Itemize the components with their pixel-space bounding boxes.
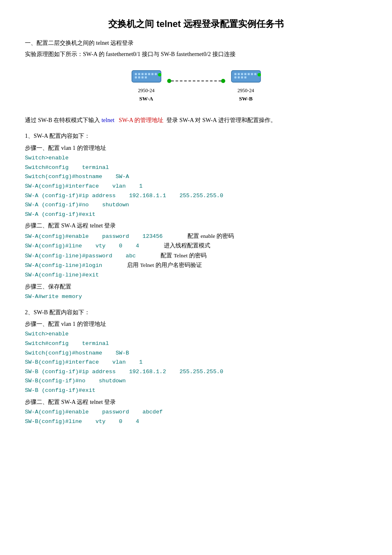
code-line: SW-A(config-line)#exit — [25, 271, 367, 280]
switch-b-block: 2950-24 SW-B — [229, 67, 263, 103]
code-line: Switch>enable — [25, 154, 367, 163]
code-line: SW-A (config-if)#no shutdown — [25, 200, 367, 210]
sw-b-num: 2950-24 — [238, 87, 254, 95]
code-line: SW-B(config)#line vty 0 4 — [25, 417, 367, 426]
sw-b-name: SW-B — [239, 95, 253, 103]
svg-point-25 — [258, 73, 261, 76]
svg-rect-2 — [138, 73, 140, 75]
dot-right — [221, 79, 225, 83]
code-line: Switch(config)#hostname SW-A — [25, 172, 367, 181]
svg-rect-11 — [145, 76, 147, 78]
code-line: SW-A(config)#interface vlan 1 — [25, 182, 367, 191]
code-line: SW-A(config)#enable password abcdef — [25, 408, 367, 417]
svg-rect-17 — [244, 73, 246, 75]
svg-rect-15 — [238, 73, 240, 75]
code-line: SW-A(config)#enable password 123456 配置 e… — [25, 232, 367, 241]
code-line: Switch(config)#hostname SW-B — [25, 349, 367, 358]
code-line: SW-B (config-if)#exit — [25, 386, 367, 395]
code-line: SW-B(config-if)#no shutdown — [25, 377, 367, 386]
svg-rect-6 — [151, 73, 153, 75]
page-title: 交换机之间 telnet 远程登录配置实例任务书 — [25, 17, 367, 31]
switch-b-icon — [229, 67, 263, 86]
code-line: SW-A(config-line)#password abc 配置 Telnet… — [25, 251, 367, 261]
code-line: SW-A(config-line)#login 启用 Telnet 的用户名密码… — [25, 261, 367, 270]
sw-b-title: 2、SW-B 配置内容如下： — [25, 308, 367, 317]
code-line: Switch#config terminal — [25, 339, 367, 348]
switch-a-block: 2950-24 SW-A — [130, 67, 163, 103]
code-line: SW-A(config)#line vty 0 4 进入线程配置模式 — [25, 241, 367, 251]
sw-a-step1: 步骤一、配置 vlan 1 的管理地址 — [25, 144, 367, 153]
code-line: SW-A (config-if)#exit — [25, 210, 367, 219]
sw-b-step2: 步骤二、配置 SW-A 远程 telnet 登录 — [25, 398, 367, 407]
intro-text: 通过 SW-B 在特权模式下输入 telnet SW-A 的管理地址 登录 SW… — [25, 116, 367, 125]
svg-rect-3 — [141, 73, 144, 75]
network-diagram: 2950-24 SW-A 2950-24 SW-B — [25, 67, 367, 103]
svg-rect-7 — [155, 73, 157, 75]
sw-a-num: 2950-24 — [138, 87, 155, 95]
code-line: SW-B (config-if)#ip address 192.168.1.2 … — [25, 367, 367, 377]
svg-rect-22 — [238, 76, 240, 78]
svg-rect-10 — [141, 76, 144, 78]
svg-rect-5 — [148, 73, 150, 75]
svg-rect-1 — [135, 73, 137, 75]
dot-left — [167, 79, 171, 83]
svg-rect-19 — [251, 73, 253, 75]
svg-rect-14 — [234, 73, 236, 75]
svg-rect-23 — [241, 76, 243, 78]
sw-a-step3: 步骤三、保存配置 — [25, 282, 367, 291]
code-line: SW-B(config)#interface vlan 1 — [25, 358, 367, 367]
sw-a-title: 1、SW-A 配置内容如下： — [25, 132, 367, 141]
connection-line — [167, 79, 225, 83]
svg-rect-24 — [244, 76, 246, 78]
svg-rect-16 — [241, 73, 243, 75]
sw-a-telnet-lines: SW-A(config)#enable password 123456 配置 e… — [25, 232, 367, 280]
svg-rect-8 — [135, 76, 137, 78]
svg-point-12 — [158, 73, 161, 76]
sw-b-vlan-lines: Switch>enable Switch#config terminal Swi… — [25, 330, 367, 395]
section1-desc: 实验原理图如下所示：SW-A 的 fastethernet0/1 接口与 SW-… — [25, 50, 367, 59]
section1-heading: 一、配置二层交换机之间的 telnet 远程登录 — [25, 39, 367, 48]
sw-b-step1: 步骤一、配置 vlan 1 的管理地址 — [25, 320, 367, 329]
dashed-line — [171, 81, 221, 81]
switch-a-icon — [130, 67, 163, 86]
svg-rect-18 — [248, 73, 250, 75]
svg-rect-4 — [145, 73, 147, 75]
svg-rect-21 — [234, 76, 236, 78]
sw-a-step2: 步骤二、配置 SW-A 远程 telnet 登录 — [25, 221, 367, 230]
sw-a-save: SW-A#write memory — [25, 292, 367, 301]
code-line: SW-A (config-if)#ip address 192.168.1.1 … — [25, 191, 367, 200]
sw-a-name: SW-A — [139, 95, 153, 103]
sw-b-telnet-lines: SW-A(config)#enable password abcdef SW-B… — [25, 408, 367, 426]
svg-rect-20 — [254, 73, 256, 75]
code-line: Switch>enable — [25, 330, 367, 339]
sw-a-vlan-lines: Switch>enable Switch#config terminal Swi… — [25, 154, 367, 219]
svg-rect-9 — [138, 76, 140, 78]
code-line: Switch#config terminal — [25, 163, 367, 172]
